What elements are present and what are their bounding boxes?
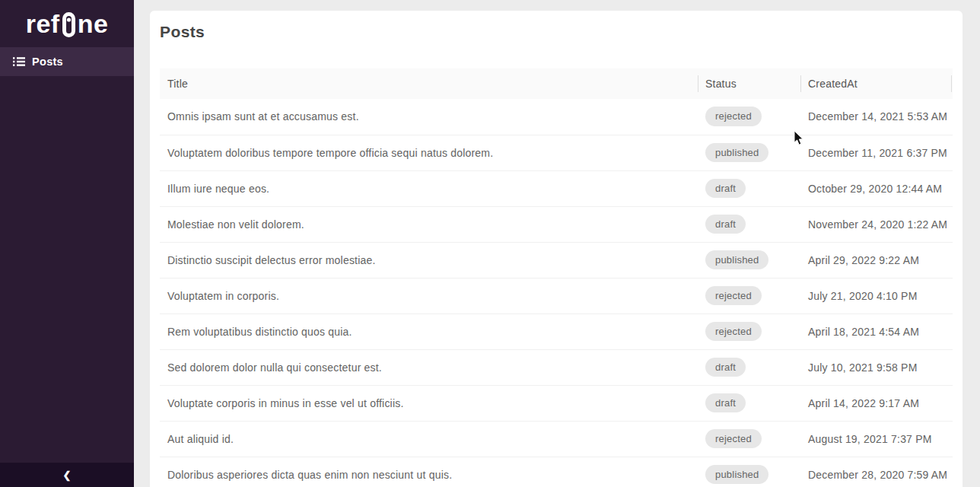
table-row: Omnis ipsam sunt at et accusamus est.rej… xyxy=(160,99,953,135)
sidebar-item-label: Posts xyxy=(32,56,63,68)
cell-title: Rem voluptatibus distinctio quos quia. xyxy=(160,314,698,349)
logo-area: ref ne xyxy=(0,0,134,47)
column-header-title[interactable]: Title xyxy=(160,68,698,99)
cell-createdat: December 28, 2020 7:59 AM xyxy=(800,457,953,487)
column-header-status[interactable]: Status xyxy=(698,68,800,99)
cell-title: Sed dolorem dolor nulla qui consectetur … xyxy=(160,349,698,385)
status-badge: published xyxy=(705,250,768,270)
cell-status: rejected xyxy=(698,421,800,457)
status-badge: draft xyxy=(705,179,746,199)
table-row: Doloribus asperiores dicta quas enim non… xyxy=(160,457,953,487)
column-header-createdat[interactable]: CreatedAt xyxy=(800,68,953,99)
table-row: Aut aliquid id.rejectedAugust 19, 2021 7… xyxy=(160,421,953,457)
unordered-list-icon xyxy=(13,56,25,68)
cell-status: draft xyxy=(698,349,800,385)
cell-title: Omnis ipsam sunt at et accusamus est. xyxy=(160,99,698,135)
cell-title: Doloribus asperiores dicta quas enim non… xyxy=(160,457,698,487)
cell-createdat: October 29, 2020 12:44 AM xyxy=(800,170,953,206)
cell-createdat: April 14, 2022 9:17 AM xyxy=(800,385,953,421)
logo-text-left: ref xyxy=(26,11,60,37)
status-badge: rejected xyxy=(705,286,762,306)
table-row: Voluptatem in corporis.rejectedJuly 21, … xyxy=(160,278,953,314)
cell-status: published xyxy=(698,242,800,278)
cell-status: published xyxy=(698,457,800,487)
sidebar-item-posts[interactable]: Posts xyxy=(0,47,134,76)
cell-title: Voluptatem in corporis. xyxy=(160,278,698,314)
cell-createdat: August 19, 2021 7:37 PM xyxy=(800,421,953,457)
status-badge: rejected xyxy=(705,429,762,449)
table-row: Rem voluptatibus distinctio quos quia.re… xyxy=(160,314,953,349)
sidebar: ref ne P xyxy=(0,0,134,487)
status-badge: rejected xyxy=(705,322,762,342)
cell-createdat: April 29, 2022 9:22 AM xyxy=(800,242,953,278)
table-body: Omnis ipsam sunt at et accusamus est.rej… xyxy=(160,99,953,487)
cell-title: Molestiae non velit dolorem. xyxy=(160,206,698,242)
cell-status: rejected xyxy=(698,314,800,349)
cell-createdat: April 18, 2021 4:54 AM xyxy=(800,314,953,349)
table-row: Illum iure neque eos.draftOctober 29, 20… xyxy=(160,170,953,206)
cell-createdat: December 11, 2021 6:37 PM xyxy=(800,135,953,170)
table-row: Voluptatem doloribus tempore tempore off… xyxy=(160,135,953,170)
cell-createdat: November 24, 2020 1:22 AM xyxy=(800,206,953,242)
cell-status: published xyxy=(698,135,800,170)
status-badge: draft xyxy=(705,358,746,377)
posts-card: Posts Title Status CreatedAt Omnis ipsam… xyxy=(150,11,963,487)
cell-createdat: December 14, 2021 5:53 AM xyxy=(800,99,953,135)
status-badge: draft xyxy=(705,215,746,234)
posts-table: Title Status CreatedAt Omnis ipsam sunt … xyxy=(160,68,953,487)
cell-title: Illum iure neque eos. xyxy=(160,170,698,206)
collapse-left-icon: ❮ xyxy=(63,470,72,480)
sidebar-collapse-button[interactable]: ❮ xyxy=(0,463,134,487)
cell-title: Distinctio suscipit delectus error moles… xyxy=(160,242,698,278)
status-badge: published xyxy=(705,465,768,485)
cell-title: Aut aliquid id. xyxy=(160,421,698,457)
cell-title: Voluptate corporis in minus in esse vel … xyxy=(160,385,698,421)
sidebar-menu: Posts xyxy=(0,47,134,76)
cell-status: draft xyxy=(698,206,800,242)
logo-text-right: ne xyxy=(78,11,109,37)
main-content: Posts Title Status CreatedAt Omnis ipsam… xyxy=(134,0,980,487)
refine-logo[interactable]: ref ne xyxy=(26,11,109,37)
page-title: Posts xyxy=(160,23,953,41)
table-row: Voluptate corporis in minus in esse vel … xyxy=(160,385,953,421)
cell-title: Voluptatem doloribus tempore tempore off… xyxy=(160,135,698,170)
table-header: Title Status CreatedAt xyxy=(160,68,953,99)
logo-pill-icon xyxy=(62,12,75,37)
table-row: Sed dolorem dolor nulla qui consectetur … xyxy=(160,349,953,385)
cell-createdat: July 10, 2021 9:58 PM xyxy=(800,349,953,385)
table-row: Molestiae non velit dolorem.draftNovembe… xyxy=(160,206,953,242)
status-badge: draft xyxy=(705,393,746,413)
cell-status: rejected xyxy=(698,99,800,135)
table-row: Distinctio suscipit delectus error moles… xyxy=(160,242,953,278)
cell-createdat: July 21, 2020 4:10 PM xyxy=(800,278,953,314)
cell-status: draft xyxy=(698,385,800,421)
cell-status: draft xyxy=(698,170,800,206)
status-badge: published xyxy=(705,143,768,163)
cell-status: rejected xyxy=(698,278,800,314)
status-badge: rejected xyxy=(705,107,762,126)
